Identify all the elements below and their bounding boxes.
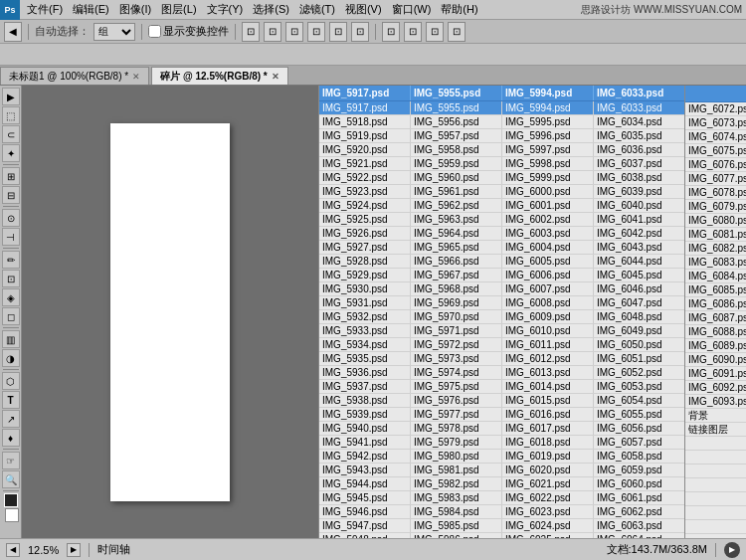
wand-tool[interactable]: ✦ <box>2 144 20 162</box>
file-cell[interactable]: IMG_6003.psd <box>502 227 594 240</box>
file-cell[interactable]: IMG_5973.psd <box>411 352 502 365</box>
file-row[interactable]: IMG_5932.psdIMG_5970.psdIMG_6009.psdIMG_… <box>319 310 684 324</box>
label-row[interactable]: 链接图层 <box>685 423 746 437</box>
file-cell[interactable]: IMG_5917.psd <box>319 101 411 114</box>
align-left-btn[interactable]: ⊡ <box>242 22 260 42</box>
label-row[interactable]: IMG_6085.psd <box>685 283 746 297</box>
file-cell[interactable]: IMG_6023.psd <box>502 505 594 518</box>
eyedropper-tool[interactable]: ⊙ <box>2 209 20 227</box>
file-cell[interactable]: IMG_6020.psd <box>502 464 594 476</box>
toolbar-back-btn[interactable]: ◀ <box>4 22 22 42</box>
label-row[interactable]: IMG_6089.psd <box>685 339 746 353</box>
file-cell[interactable]: IMG_6017.psd <box>502 422 594 435</box>
path-select-tool[interactable]: ↗ <box>2 410 20 428</box>
file-cell[interactable]: IMG_6061.psd <box>594 491 684 504</box>
label-row[interactable]: IMG_6083.psd <box>685 256 746 270</box>
distribute-btn-1[interactable]: ⊡ <box>382 22 400 42</box>
file-cell[interactable]: IMG_5918.psd <box>319 115 411 128</box>
file-cell[interactable]: IMG_6043.psd <box>594 241 684 254</box>
file-cell[interactable]: IMG_6062.psd <box>594 505 684 518</box>
file-row[interactable]: IMG_5946.psdIMG_5984.psdIMG_6023.psdIMG_… <box>319 505 684 519</box>
crop-tool[interactable]: ⊞ <box>2 167 20 185</box>
nav-next-btn[interactable]: ▶ <box>67 543 81 557</box>
file-cell[interactable]: IMG_5943.psd <box>319 464 411 476</box>
file-row[interactable]: IMG_5943.psdIMG_5981.psdIMG_6020.psdIMG_… <box>319 464 684 477</box>
distribute-btn-2[interactable]: ⊡ <box>404 22 422 42</box>
file-cell[interactable]: IMG_5995.psd <box>502 115 594 128</box>
menu-layer[interactable]: 图层(L) <box>156 0 201 19</box>
menu-filter[interactable]: 滤镜(T) <box>294 0 340 19</box>
file-cell[interactable]: IMG_5964.psd <box>411 227 502 240</box>
file-cell[interactable]: IMG_5948.psd <box>319 533 411 538</box>
file-cell[interactable]: IMG_5926.psd <box>319 227 411 240</box>
file-cell[interactable]: IMG_6048.psd <box>594 310 684 323</box>
label-row[interactable] <box>685 520 746 534</box>
menu-text[interactable]: 文字(Y) <box>202 0 249 19</box>
file-cell[interactable]: IMG_5958.psd <box>411 143 502 156</box>
label-row[interactable]: IMG_6087.psd <box>685 311 746 325</box>
file-cell[interactable]: IMG_6064.psd <box>594 533 684 538</box>
file-cell[interactable]: IMG_6059.psd <box>594 464 684 476</box>
menu-edit[interactable]: 编辑(E) <box>68 0 114 19</box>
file-cell[interactable]: IMG_5937.psd <box>319 380 411 393</box>
file-row[interactable]: IMG_5941.psdIMG_5979.psdIMG_6018.psdIMG_… <box>319 436 684 450</box>
file-cell[interactable]: IMG_5986.psd <box>411 533 502 538</box>
file-cell[interactable]: IMG_5999.psd <box>502 171 594 184</box>
distribute-btn-4[interactable]: ⊡ <box>448 22 466 42</box>
file-row[interactable]: IMG_5939.psdIMG_5977.psdIMG_6016.psdIMG_… <box>319 408 684 422</box>
file-cell[interactable]: IMG_6058.psd <box>594 450 684 463</box>
file-row[interactable]: IMG_5945.psdIMG_5983.psdIMG_6022.psdIMG_… <box>319 491 684 505</box>
file-row[interactable]: IMG_5948.psdIMG_5986.psdIMG_6025.psdIMG_… <box>319 533 684 538</box>
dodge-tool[interactable]: ◑ <box>2 349 20 367</box>
pen-tool[interactable]: ⬡ <box>2 372 20 390</box>
file-cell[interactable]: IMG_5997.psd <box>502 143 594 156</box>
label-row[interactable]: IMG_6090.psd <box>685 353 746 367</box>
label-row[interactable]: IMG_6084.psd <box>685 270 746 283</box>
label-row[interactable] <box>685 506 746 520</box>
file-cell[interactable]: IMG_5921.psd <box>319 157 411 170</box>
file-cell[interactable]: IMG_5982.psd <box>411 477 502 490</box>
file-cell[interactable]: IMG_5980.psd <box>411 450 502 463</box>
menu-image[interactable]: 图像(I) <box>114 0 156 19</box>
label-row[interactable]: IMG_6086.psd <box>685 297 746 311</box>
file-cell[interactable]: IMG_6056.psd <box>594 422 684 435</box>
history-brush-tool[interactable]: ◈ <box>2 288 20 306</box>
file-row[interactable]: IMG_5920.psdIMG_5958.psdIMG_5997.psdIMG_… <box>319 143 684 157</box>
file-row[interactable]: IMG_5929.psdIMG_5967.psdIMG_6006.psdIMG_… <box>319 269 684 282</box>
menu-help[interactable]: 帮助(H) <box>436 0 482 19</box>
file-cell[interactable]: IMG_5925.psd <box>319 213 411 226</box>
nav-prev-btn[interactable]: ◀ <box>6 543 20 557</box>
file-cell[interactable]: IMG_5975.psd <box>411 380 502 393</box>
file-row[interactable]: IMG_5935.psdIMG_5973.psdIMG_6012.psdIMG_… <box>319 352 684 366</box>
file-cell[interactable]: IMG_6012.psd <box>502 352 594 365</box>
file-cell[interactable]: IMG_5919.psd <box>319 129 411 142</box>
file-cell[interactable]: IMG_5974.psd <box>411 366 502 379</box>
file-cell[interactable]: IMG_6038.psd <box>594 171 684 184</box>
notes-tool[interactable]: ☞ <box>2 452 20 469</box>
label-row[interactable] <box>685 465 746 478</box>
file-cell[interactable]: IMG_6034.psd <box>594 115 684 128</box>
file-cell[interactable]: IMG_5977.psd <box>411 408 502 421</box>
label-row[interactable] <box>685 534 746 538</box>
file-cell[interactable]: IMG_5935.psd <box>319 352 411 365</box>
label-row[interactable]: IMG_6077.psd <box>685 172 746 186</box>
file-cell[interactable]: IMG_6006.psd <box>502 269 594 281</box>
file-cell[interactable]: IMG_5934.psd <box>319 338 411 351</box>
file-cell[interactable]: IMG_6018.psd <box>502 436 594 449</box>
label-row[interactable]: IMG_6091.psd <box>685 367 746 381</box>
label-row[interactable]: IMG_6080.psd <box>685 214 746 228</box>
label-row[interactable]: IMG_6074.psd <box>685 130 746 144</box>
file-row[interactable]: IMG_5928.psdIMG_5966.psdIMG_6005.psdIMG_… <box>319 255 684 269</box>
file-cell[interactable]: IMG_6024.psd <box>502 519 594 532</box>
label-row[interactable] <box>685 492 746 506</box>
label-row[interactable]: IMG_6073.psd <box>685 116 746 130</box>
menu-window[interactable]: 窗口(W) <box>387 0 437 19</box>
file-cell[interactable]: IMG_6007.psd <box>502 282 594 295</box>
file-row[interactable]: IMG_5938.psdIMG_5976.psdIMG_6015.psdIMG_… <box>319 394 684 408</box>
show-controls-checkbox[interactable] <box>148 25 161 38</box>
file-cell[interactable]: IMG_5996.psd <box>502 129 594 142</box>
file-cell[interactable]: IMG_6052.psd <box>594 366 684 379</box>
slice-tool[interactable]: ⊟ <box>2 186 20 204</box>
bg-color-swatch[interactable] <box>5 508 19 522</box>
zoom-tool[interactable]: 🔍 <box>2 470 20 488</box>
